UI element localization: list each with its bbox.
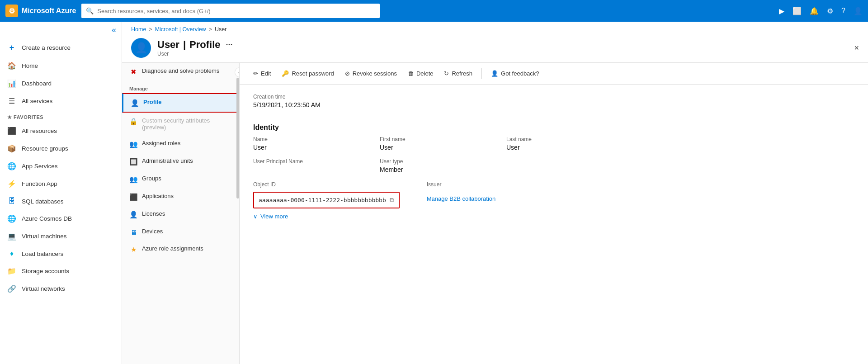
sidebar-item-function-app[interactable]: ⚡ Function App xyxy=(0,175,122,193)
sidebar-item-virtual-machines[interactable]: 💻 Virtual machines xyxy=(0,227,122,245)
revoke-sessions-button[interactable]: ⊘ Revoke sessions xyxy=(340,67,401,80)
azure-logo: ⚙ xyxy=(5,5,18,17)
diagnose-label: Diagnose and solve problems xyxy=(142,67,219,74)
refresh-button[interactable]: ↻ Refresh xyxy=(439,67,477,80)
object-id-row: Object ID aaaaaaaa-0000-1111-2222-bbbbbb… xyxy=(253,181,854,208)
user-type-col: User type Member xyxy=(380,158,506,173)
toolbar-separator xyxy=(481,68,482,79)
app-services-icon: 🌐 xyxy=(7,162,16,170)
manage-section-label: Manage xyxy=(122,80,239,93)
issuer-label: Issuer xyxy=(427,181,496,188)
name-value: User xyxy=(253,144,380,151)
empty-col xyxy=(506,158,633,173)
view-more-label: View more xyxy=(260,213,288,220)
more-options-button[interactable]: ··· xyxy=(226,40,233,50)
settings-icon[interactable]: ⚙ xyxy=(827,7,833,15)
sub-sidebar-item-groups[interactable]: 👥 Groups xyxy=(122,170,239,188)
delete-button[interactable]: 🗑 Delete xyxy=(403,67,438,80)
identity-title: Identity xyxy=(253,123,854,132)
edit-button[interactable]: ✏ Edit xyxy=(249,67,275,80)
breadcrumb-overview[interactable]: Microsoft | Overview xyxy=(155,26,206,33)
sub-sidebar-item-diagnose[interactable]: ✖ Diagnose and solve problems xyxy=(122,63,239,80)
detail-pane: ✏ Edit 🔑 Reset password ⊘ Revoke session… xyxy=(240,63,868,364)
account-icon[interactable]: 👤 xyxy=(854,7,863,15)
sidebar-item-resource-groups[interactable]: 📦 Resource groups xyxy=(0,140,122,157)
azure-roles-icon: ★ xyxy=(129,246,137,254)
applications-label: Applications xyxy=(142,193,174,199)
custom-security-icon: 🔒 xyxy=(129,118,137,126)
assigned-roles-icon: 👥 xyxy=(129,140,137,148)
reset-password-button[interactable]: 🔑 Reset password xyxy=(277,67,338,80)
sidebar-collapse-button[interactable]: « xyxy=(0,22,122,38)
sub-sidebar-item-admin-units[interactable]: 🔲 Administrative units xyxy=(122,153,239,170)
favorites-section: ★ FAVORITES xyxy=(0,110,122,122)
sidebar-item-all-services[interactable]: ☰ All services xyxy=(0,92,122,110)
sidebar-item-app-services[interactable]: 🌐 App Services xyxy=(0,157,122,175)
notifications-icon[interactable]: 🔔 xyxy=(810,7,819,15)
creation-time-value: 5/19/2021, 10:23:50 AM xyxy=(253,101,854,109)
view-more-button[interactable]: ∨ View more xyxy=(253,213,854,220)
sub-sidebar-item-profile[interactable]: 👤 Profile xyxy=(122,93,239,113)
all-services-icon: ☰ xyxy=(7,97,16,105)
sidebar-item-create[interactable]: + Create a resource xyxy=(0,38,122,57)
function-app-icon: ⚡ xyxy=(7,180,16,188)
admin-units-label: Administrative units xyxy=(142,157,193,164)
logo-icon: ⚙ xyxy=(9,7,15,15)
last-name-label: Last name xyxy=(506,136,633,142)
sql-icon: 🗄 xyxy=(7,197,16,205)
sidebar-item-all-resources[interactable]: ⬛ All resources xyxy=(0,122,122,140)
sub-sidebar-item-devices[interactable]: 🖥 Devices xyxy=(122,223,239,241)
cosmos-icon: 🌐 xyxy=(7,214,16,223)
layout: « + Create a resource 🏠 Home 📊 Dashboard… xyxy=(0,22,868,364)
creation-time-section: Creation time 5/19/2021, 10:23:50 AM xyxy=(253,94,854,116)
sub-sidebar: « ✖ Diagnose and solve problems Manage 👤… xyxy=(122,63,240,364)
view-more-chevron: ∨ xyxy=(253,213,258,220)
close-button[interactable]: × xyxy=(854,43,859,53)
vm-icon: 💻 xyxy=(7,232,16,241)
avatar-icon: 👤 xyxy=(135,42,147,54)
object-id-group: Object ID aaaaaaaa-0000-1111-2222-bbbbbb… xyxy=(253,181,400,208)
first-name-value: User xyxy=(380,144,506,151)
search-bar[interactable]: 🔍 xyxy=(81,4,380,18)
groups-label: Groups xyxy=(142,175,161,182)
storage-icon: 📁 xyxy=(7,267,16,275)
sidebar-item-dashboard[interactable]: 📊 Dashboard xyxy=(0,75,122,92)
name-label: Name xyxy=(253,136,380,142)
sub-sidebar-item-licenses[interactable]: 👤 Licenses xyxy=(122,206,239,223)
diagnose-icon: ✖ xyxy=(129,68,137,76)
help-icon[interactable]: ? xyxy=(841,7,845,15)
sub-sidebar-item-custom-security[interactable]: 🔒 Custom security attributes (preview) xyxy=(122,113,239,135)
azure-roles-label: Azure role assignments xyxy=(142,245,203,252)
last-name-col: Last name User xyxy=(506,136,633,151)
sidebar-item-sql-databases[interactable]: 🗄 SQL databases xyxy=(0,193,122,210)
copy-object-id-button[interactable]: ⧉ xyxy=(390,196,394,204)
cloud-shell-icon[interactable]: ▶ xyxy=(779,7,784,15)
dashboard-icon: 📊 xyxy=(7,79,16,88)
sidebar-item-load-balancers[interactable]: ♦ Load balancers xyxy=(0,245,122,262)
breadcrumb-home[interactable]: Home xyxy=(131,26,146,33)
object-id-label: Object ID xyxy=(253,181,400,188)
sub-sidebar-item-azure-roles[interactable]: ★ Azure role assignments xyxy=(122,241,239,258)
sub-sidebar-item-assigned-roles[interactable]: 👥 Assigned roles xyxy=(122,135,239,153)
scroll-indicator[interactable] xyxy=(236,78,239,198)
detail-content: Creation time 5/19/2021, 10:23:50 AM Ide… xyxy=(240,85,868,229)
issuer-group: Issuer Manage B2B collaboration xyxy=(427,181,496,203)
sidebar-item-cosmos-db[interactable]: 🌐 Azure Cosmos DB xyxy=(0,210,122,227)
key-icon: 🔑 xyxy=(282,70,289,77)
create-icon: + xyxy=(7,43,16,52)
feedback-button[interactable]: 👤 Got feedback? xyxy=(486,67,544,80)
sub-sidebar-item-applications[interactable]: ⬛ Applications xyxy=(122,188,239,206)
portal-menu-icon[interactable]: ⬜ xyxy=(793,7,802,15)
search-input[interactable] xyxy=(97,8,375,14)
sidebar-item-home[interactable]: 🏠 Home xyxy=(0,57,122,75)
profile-icon: 👤 xyxy=(131,99,139,107)
upn-col: User Principal Name xyxy=(253,158,380,173)
brand-name: Microsoft Azure xyxy=(22,7,76,15)
sidebar-item-storage-accounts[interactable]: 📁 Storage accounts xyxy=(0,262,122,280)
first-name-col: First name User xyxy=(380,136,506,151)
home-icon: 🏠 xyxy=(7,61,16,70)
toolbar: ✏ Edit 🔑 Reset password ⊘ Revoke session… xyxy=(240,63,868,85)
sidebar-item-virtual-networks[interactable]: 🔗 Virtual networks xyxy=(0,280,122,298)
breadcrumb-current: User xyxy=(215,26,226,33)
manage-b2b-link[interactable]: Manage B2B collaboration xyxy=(427,195,496,202)
